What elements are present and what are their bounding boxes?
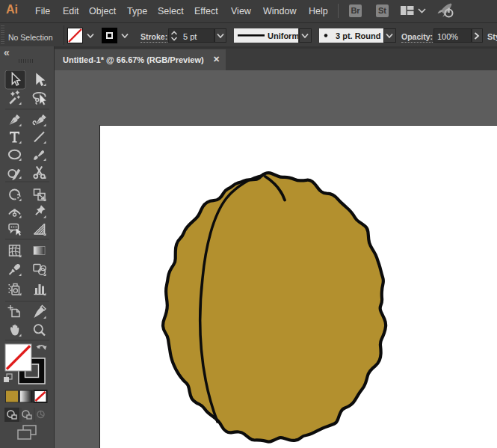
svg-text:Uniform: Uniform	[268, 31, 298, 40]
svg-text:3 pt. Round: 3 pt. Round	[336, 31, 381, 40]
